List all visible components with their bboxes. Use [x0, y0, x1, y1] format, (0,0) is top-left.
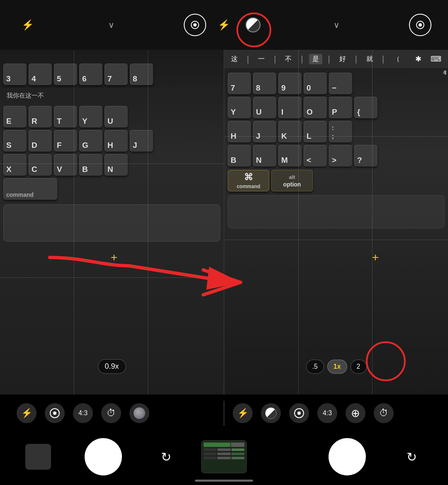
- key-h: H: [105, 130, 128, 152]
- key-row-yuiop: Y U I O P {: [224, 96, 448, 120]
- key-7r: & 7: [228, 73, 251, 94]
- key-d: D: [29, 130, 52, 152]
- zoom-left[interactable]: 0.9x: [97, 359, 126, 374]
- key-ir: I: [278, 97, 302, 118]
- key-row-asdf-left: S D F G H J: [0, 129, 224, 153]
- key-ur: U: [253, 97, 276, 118]
- focus-icon-right[interactable]: [409, 14, 431, 36]
- toolbar-icons-right: ⚡ 4:3 ⊕ ⏱: [224, 394, 440, 432]
- key-dash-r: −: [329, 73, 352, 94]
- ratio-btn-right[interactable]: 4:3: [317, 403, 337, 423]
- flip-btn-left[interactable]: ↻: [156, 447, 176, 467]
- shutter-inner-left: [86, 440, 120, 474]
- sug-sep-3: |: [297, 54, 306, 65]
- key-row-zxcv-left: X C V B N: [0, 153, 224, 177]
- key-5: 5: [54, 64, 77, 85]
- key-row-cmdopt: ⌘ command alt option: [224, 169, 448, 193]
- key-hr: H: [228, 121, 251, 142]
- ratio-label-left: 4:3: [78, 409, 88, 417]
- sug-3: 不: [282, 54, 295, 64]
- center-preview[interactable]: [201, 440, 247, 473]
- shutter-right[interactable]: [329, 438, 366, 475]
- key-j: J: [130, 130, 153, 152]
- shutter-left[interactable]: [85, 438, 122, 475]
- key-6: 6: [79, 64, 102, 85]
- key-v: V: [54, 154, 77, 176]
- key-yr: Y: [228, 97, 251, 118]
- sug-hide: ⌨: [427, 54, 445, 64]
- key-y: Y: [79, 106, 102, 127]
- sug-bracket: （: [390, 54, 403, 64]
- key-row-cmd-left: command: [0, 177, 224, 201]
- focus-icon-left[interactable]: [184, 14, 206, 36]
- top-bar: ⚡ ∨ ⚡ ∨: [0, 0, 448, 50]
- key-u: U: [105, 106, 128, 127]
- sug-sep-2: |: [270, 54, 279, 65]
- key-0r: ) 0: [304, 73, 327, 94]
- sug-sep-4: |: [325, 54, 334, 65]
- sug-sep-1: |: [243, 54, 252, 65]
- focus-cross-left: [108, 251, 120, 264]
- sug-2: 一: [255, 54, 268, 64]
- flash-icon-center[interactable]: ⚡: [213, 14, 235, 36]
- key-4: 4: [29, 64, 52, 85]
- add-btn-right[interactable]: ⊕: [346, 403, 365, 423]
- ratio-label-right: 4:3: [323, 409, 332, 417]
- key-lt-r: <: [304, 145, 327, 167]
- zoom-group-right[interactable]: .5 1x 2: [306, 360, 366, 374]
- sug-1: 这: [228, 54, 241, 64]
- key-s: S: [3, 130, 27, 152]
- bottom-bar: ⚡ 4:3 ⏱ ⚡: [0, 394, 448, 485]
- viewfinder: 3 4 5 6 7 8 我你在这一不 E R T Y U S D: [0, 50, 448, 394]
- left-camera: 3 4 5 6 7 8 我你在这一不 E R T Y U S D: [0, 50, 224, 394]
- key-jr: J: [253, 121, 276, 142]
- shutter-inner-right: [330, 440, 364, 474]
- key-mr: M: [278, 145, 302, 167]
- key-n: N: [105, 154, 128, 176]
- key-row-hjkl: H J K L : ;: [224, 120, 448, 144]
- zoom-05-label: .5: [312, 363, 317, 370]
- key-9r: ( 9: [278, 73, 302, 94]
- key-7: 7: [105, 64, 128, 85]
- tone-btn-right[interactable]: [261, 403, 281, 423]
- key-t: T: [54, 106, 77, 127]
- zoom-05[interactable]: .5: [306, 360, 324, 374]
- timer-btn-right[interactable]: ⏱: [374, 403, 394, 423]
- flip-btn-right[interactable]: ↻: [402, 447, 422, 467]
- key-command-left: command: [3, 178, 57, 200]
- right-camera: 这 | 一 | 不 | 是 | 好 | 就 | （ ✱ ⌨ & 7: [224, 50, 448, 394]
- key-8r: * 8: [253, 73, 276, 94]
- key-row-numbers-right: & 7 * 8 ( 9 ) 0 −: [224, 71, 448, 96]
- zoom-2x-label: 2: [357, 363, 360, 370]
- zoom-1x[interactable]: 1x: [327, 360, 347, 374]
- tone-icon[interactable]: [242, 14, 264, 36]
- shutter-row: ↻: [0, 432, 448, 482]
- key-lr: L: [304, 121, 327, 142]
- gallery-thumb-left[interactable]: [25, 444, 51, 470]
- key-bracket-r: {: [354, 97, 377, 118]
- key-or: O: [304, 97, 327, 118]
- key-x: X: [3, 154, 27, 176]
- key-row-numbers-left: 3 4 5 6 7 8: [0, 62, 224, 86]
- flash-icon-left[interactable]: ⚡: [17, 14, 39, 36]
- ratio-btn-left[interactable]: 4:3: [73, 403, 93, 423]
- zoom-2x[interactable]: 2: [351, 360, 367, 374]
- focus-btn-left[interactable]: [45, 403, 65, 423]
- key-colon-r: : ;: [329, 121, 352, 142]
- key-command-right: ⌘ command: [228, 170, 269, 191]
- shutter-area-right: ↻: [247, 438, 448, 475]
- flash-btn-left[interactable]: ⚡: [17, 403, 37, 423]
- key-e: E: [3, 106, 27, 127]
- key-row-qwerty-left: E R T Y U: [0, 105, 224, 129]
- right-keyboard: & 7 * 8 ( 9 ) 0 − Y U: [224, 68, 448, 394]
- toolbar-icon-row: ⚡ 4:3 ⏱ ⚡: [0, 394, 448, 432]
- filter-btn-left[interactable]: [129, 403, 149, 423]
- key-8: 8: [130, 64, 153, 85]
- focus-btn-right[interactable]: [289, 403, 309, 423]
- chevron-down-right[interactable]: ∨: [326, 14, 348, 36]
- suggestion-bar-right: 这 | 一 | 不 | 是 | 好 | 就 | （ ✱ ⌨: [224, 50, 448, 68]
- chevron-down-left[interactable]: ∨: [100, 14, 123, 36]
- timer-btn-left[interactable]: ⏱: [101, 403, 121, 423]
- sug-sep-6: |: [379, 54, 387, 65]
- flash-btn-right[interactable]: ⚡: [233, 403, 253, 423]
